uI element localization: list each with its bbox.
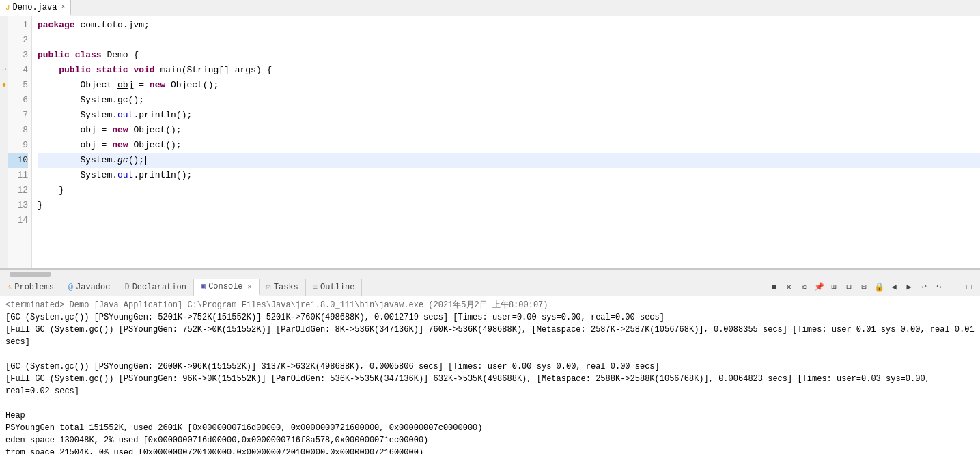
tab-console[interactable]: ▣ Console ✕ [194, 279, 260, 296]
console-line-2: [Full GC (System.gc()) [PSYoungGen: 752K… [5, 324, 975, 348]
java-file-icon: J [5, 3, 10, 12]
code-line-6: System.gc(); [38, 93, 980, 108]
bottom-tab-bar: ⚠ Problems @ Javadoc D Declaration ▣ Con… [0, 279, 980, 296]
pin-btn[interactable]: 📌 [812, 281, 826, 294]
terminated-line: <terminated> Demo [Java Application] C:\… [5, 299, 975, 311]
code-line-3: public class Demo { [38, 48, 980, 63]
tab-declaration[interactable]: D Declaration [117, 279, 193, 296]
heap-title: Heap [5, 410, 975, 422]
open-file-btn[interactable]: ↩ [917, 281, 931, 294]
scroll-thumb[interactable] [10, 272, 51, 277]
line-num-7: 7 [8, 108, 28, 123]
console-line-3: [GC (System.gc()) [PSYoungGen: 2600K->96… [5, 360, 975, 373]
indicator-7 [0, 108, 8, 123]
console-output: <terminated> Demo [Java Application] C:\… [0, 296, 980, 454]
line-num-1: 1 [8, 18, 28, 33]
scroll-lock-btn[interactable]: 🔒 [872, 281, 886, 294]
close-console-icon[interactable]: ✕ [248, 283, 252, 291]
indicator-6 [0, 93, 8, 108]
indicator-11 [0, 168, 8, 183]
indicator-1 [0, 18, 8, 33]
horizontal-scrollbar[interactable] [0, 269, 980, 279]
heap-line-2: eden space 130048K, 2% used [0x000000071… [5, 434, 975, 446]
code-line-7: System.out.println(); [38, 108, 980, 123]
tab-tasks-label: Tasks [274, 283, 298, 292]
console-line-4: [Full GC (System.gc()) [PSYoungGen: 96K-… [5, 373, 975, 397]
tab-javadoc[interactable]: @ Javadoc [61, 279, 118, 296]
tab-console-label: Console [208, 282, 242, 292]
line-num-3: 3 [8, 48, 28, 63]
new-btn[interactable]: ⊞ [827, 281, 841, 294]
code-line-13: } [38, 198, 980, 213]
line-num-8: 8 [8, 123, 28, 138]
heap-line-3: from space 21504K, 0% used [0x0000000720… [5, 446, 975, 454]
console-blank-1 [5, 348, 975, 360]
close-btn[interactable]: ✕ [782, 281, 796, 294]
word-wrap-btn[interactable]: ⊡ [857, 281, 871, 294]
code-line-4: public static void main(String[] args) { [38, 63, 980, 78]
line-num-4: 4 [8, 63, 28, 78]
tab-outline-label: Outline [320, 283, 354, 292]
tab-javadoc-label: Javadoc [76, 283, 110, 292]
line-num-12: 12 [8, 183, 28, 198]
code-line-8: obj = new Object(); [38, 123, 980, 138]
heap-line-1: PSYoungGen total 151552K, used 2601K [0x… [5, 422, 975, 434]
line-num-11: 11 [8, 168, 28, 183]
indicator-10 [0, 153, 8, 168]
tab-label: Demo.java [13, 3, 57, 12]
prev-page-btn[interactable]: ◀ [887, 281, 901, 294]
indicator-9 [0, 138, 8, 153]
indicator-12 [0, 183, 8, 198]
console-icon: ▣ [201, 281, 206, 292]
indicator-8 [0, 123, 8, 138]
javadoc-icon: @ [68, 283, 73, 292]
line-num-2: 2 [8, 33, 28, 48]
remove-btn[interactable]: ≋ [797, 281, 811, 294]
tab-problems[interactable]: ⚠ Problems [0, 279, 61, 296]
code-editor[interactable]: ↩ ◆ 1 2 3 4 5 6 7 8 9 10 11 12 13 [0, 16, 980, 269]
maximize-btn[interactable]: □ [962, 281, 976, 294]
indicator-3 [0, 48, 8, 63]
declaration-icon: D [124, 283, 129, 292]
left-gutter: ↩ ◆ [0, 16, 8, 268]
next-page-btn[interactable]: ▶ [902, 281, 916, 294]
indicator-14 [0, 213, 8, 228]
console-toolbar: ■ ✕ ≋ 📌 ⊞ ⊟ ⊡ 🔒 ◀ ▶ ↩ ↪ — □ [767, 281, 980, 294]
line-num-6: 6 [8, 93, 28, 108]
tab-bar: J Demo.java × [0, 0, 980, 16]
line-numbers: 1 2 3 4 5 6 7 8 9 10 11 12 13 14 [8, 16, 32, 268]
code-line-11: System.out.println(); [38, 168, 980, 183]
code-line-5: Object obj = new Object(); [38, 78, 980, 93]
console-line-1: [GC (System.gc()) [PSYoungGen: 5201K->75… [5, 311, 975, 324]
outline-icon: ≡ [313, 283, 318, 292]
tab-problems-label: Problems [14, 283, 54, 292]
indicator-4: ↩ [0, 63, 8, 78]
tasks-icon: ☑ [266, 282, 271, 292]
code-container: ↩ ◆ 1 2 3 4 5 6 7 8 9 10 11 12 13 [0, 16, 980, 268]
tab-outline[interactable]: ≡ Outline [306, 279, 363, 296]
demo-java-tab[interactable]: J Demo.java × [0, 0, 71, 16]
code-line-2 [38, 33, 980, 48]
code-line-12: } [38, 183, 980, 198]
stop-btn[interactable]: ■ [767, 281, 781, 294]
tab-declaration-label: Declaration [132, 283, 186, 292]
code-line-1: package com.toto.jvm; [38, 18, 980, 33]
line-num-5: 5 [8, 78, 28, 93]
col-layout-btn[interactable]: ⊟ [842, 281, 856, 294]
line-num-13: 13 [8, 198, 28, 213]
indicator-5: ◆ [0, 78, 8, 93]
minimize-btn[interactable]: — [947, 281, 961, 294]
close-tab-icon[interactable]: × [61, 3, 65, 11]
problems-icon: ⚠ [7, 282, 12, 292]
code-text[interactable]: package com.toto.jvm; public class Demo … [32, 16, 980, 268]
line-num-10: 10 [8, 153, 28, 168]
line-num-9: 9 [8, 138, 28, 153]
code-line-14 [38, 213, 980, 228]
code-line-10: System.gc(); [38, 153, 980, 168]
tab-tasks[interactable]: ☑ Tasks [260, 279, 306, 296]
code-line-9: obj = new Object(); [38, 138, 980, 153]
console-blank-2 [5, 397, 975, 410]
indicator-2 [0, 33, 8, 48]
save-file-btn[interactable]: ↪ [932, 281, 946, 294]
line-num-14: 14 [8, 213, 28, 228]
